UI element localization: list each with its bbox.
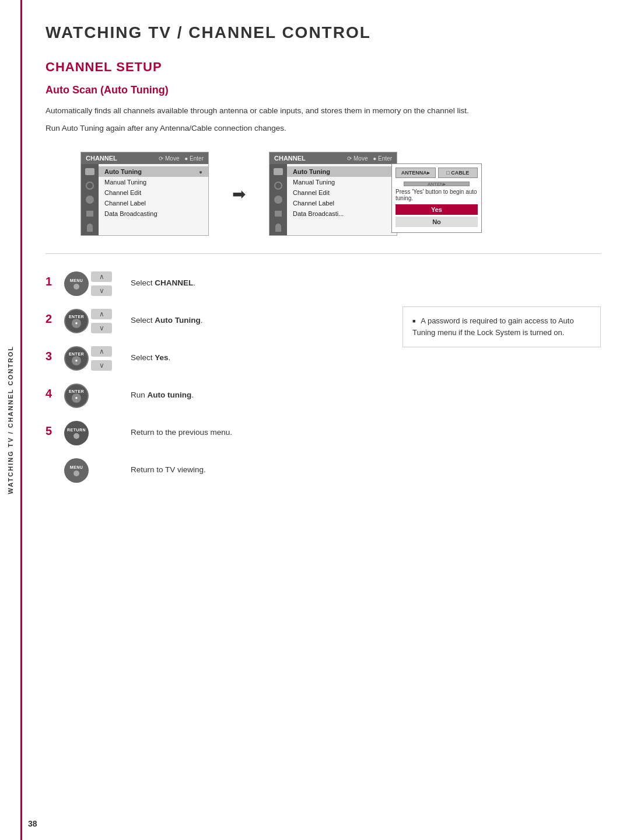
- enter-icon-2: ● Enter: [373, 155, 392, 162]
- arrow-up-3[interactable]: ∧: [91, 346, 112, 357]
- move-icon-1: ⟳ Move: [159, 155, 179, 162]
- tv-menu-box-2: CHANNEL ⟳ Move ● Enter Au: [269, 152, 397, 236]
- tv-menu-icons-2: [270, 164, 287, 235]
- step-5-number: 5: [46, 424, 56, 438]
- diagrams-area: CHANNEL ⟳ Move ● Enter Auto Tuning: [80, 152, 601, 236]
- enter-button-3[interactable]: ENTER ●: [64, 346, 89, 371]
- menu-item-channel-label-1: Channel Label: [99, 198, 208, 208]
- step-5-icons: RETURN: [64, 421, 123, 445]
- return-button[interactable]: RETURN: [64, 421, 89, 445]
- enter-button-4[interactable]: ENTER ●: [64, 384, 89, 408]
- nav-arrows-2: ∧ ∨: [91, 309, 112, 333]
- move-icon-2: ⟳ Move: [347, 155, 368, 162]
- step-3-row: 3 ENTER ● ∧ ∨ Select Yes.: [46, 346, 379, 371]
- menu-item-auto-tuning-2: Auto Tuning: [287, 166, 397, 177]
- menu-item-manual-tuning-2: Manual Tuning: [287, 177, 397, 187]
- arrow-up-1[interactable]: ∧: [91, 271, 112, 282]
- sidebar-label: WATCHING TV / CHANNEL CONTROL: [7, 346, 14, 494]
- steps-left: 1 MENU ∧ ∨ Select CHANNEL. 2: [46, 271, 379, 496]
- cable-input: □ CABLE: [438, 168, 478, 178]
- menu-channel-label-2: CHANNEL: [274, 155, 306, 162]
- tv-menu-items-1: Auto Tuning ● Manual Tuning Channel Edit…: [99, 164, 208, 235]
- step-5-text: Return to the previous menu.: [131, 427, 232, 438]
- description-1: Automatically finds all channels availab…: [46, 104, 582, 117]
- step-1-row: 1 MENU ∧ ∨ Select CHANNEL.: [46, 271, 379, 296]
- divider: [46, 253, 601, 254]
- arrow-down-2[interactable]: ∨: [91, 323, 112, 333]
- step-2-icons: ENTER ● ∧ ∨: [64, 309, 123, 333]
- menu-channel-label-1: CHANNEL: [86, 155, 117, 162]
- step-4-icons: ENTER ●: [64, 384, 123, 408]
- antenna-input: ANTENNA▸: [396, 168, 436, 178]
- tv-menu-header-1: CHANNEL ⟳ Move ● Enter: [81, 152, 208, 164]
- popup-text: Press 'Yes' button to begin auto tuning.: [396, 189, 478, 201]
- step-3-text: Select Yes.: [131, 352, 170, 364]
- tv-menu-body-1: Auto Tuning ● Manual Tuning Channel Edit…: [81, 164, 208, 235]
- step-extra-icons: MENU: [64, 458, 123, 483]
- icon-settings-2: [273, 180, 284, 191]
- menu-item-data-broadcasting-2: Data Broadcasti...: [287, 208, 397, 219]
- step-2-number: 2: [46, 312, 56, 326]
- step-2-row: 2 ENTER ● ∧ ∨ Select Auto Tuning.: [46, 309, 379, 333]
- step-extra-row: 0 MENU Return to TV viewing.: [46, 458, 379, 483]
- page-title: WATCHING TV / CHANNEL CONTROL: [46, 23, 601, 42]
- steps-right: A password is required to gain access to…: [397, 306, 601, 347]
- step-4-text: Run Auto tuning.: [131, 389, 194, 401]
- menu-item-data-broadcasting-1: Data Broadcasting: [99, 208, 208, 219]
- sidebar: WATCHING TV / CHANNEL CONTROL: [0, 0, 22, 840]
- step-4-number: 4: [46, 387, 56, 400]
- icon-tv: [85, 166, 95, 177]
- arrow-down-3[interactable]: ∨: [91, 360, 112, 371]
- tv-popup: ANTENNA▸ □ CABLE ANTEN▸ Press 'Yes' butt…: [391, 163, 482, 233]
- page-number: 38: [28, 819, 37, 828]
- tv-menu-body-2: Auto Tuning Manual Tuning Channel Edit C…: [270, 164, 397, 235]
- step-1-text: Select CHANNEL.: [131, 277, 195, 289]
- subsection-title: Auto Scan (Auto Tuning): [46, 84, 601, 96]
- nav-arrows-3: ∧ ∨: [91, 346, 112, 371]
- enter-button-2[interactable]: ENTER ●: [64, 309, 89, 333]
- description-2: Run Auto Tuning again after any Antenna/…: [46, 122, 582, 135]
- tv-menu-items-2: Auto Tuning Manual Tuning Channel Edit C…: [287, 164, 397, 235]
- icon-tv-2: [273, 166, 284, 177]
- steps-with-note: 1 MENU ∧ ∨ Select CHANNEL. 2: [46, 271, 601, 496]
- popup-no-btn: No: [396, 217, 478, 227]
- enter-icon-1: ● Enter: [184, 155, 204, 162]
- step-3-icons: ENTER ● ∧ ∨: [64, 346, 123, 371]
- menu-button-extra[interactable]: MENU: [64, 458, 89, 483]
- step-3-number: 3: [46, 350, 56, 363]
- arrow-down-1[interactable]: ∨: [91, 285, 112, 296]
- tv-menu-icons-1: [81, 164, 99, 235]
- icon-media-2: [273, 208, 284, 219]
- menu-button-1[interactable]: MENU: [64, 271, 89, 296]
- note-box: A password is required to gain access to…: [402, 306, 601, 347]
- icon-user: [85, 222, 95, 233]
- menu-item-manual-tuning-1: Manual Tuning: [99, 177, 208, 187]
- arrow-up-2[interactable]: ∧: [91, 309, 112, 319]
- menu-item-auto-tuning-1: Auto Tuning ●: [99, 166, 208, 177]
- nav-arrows-1: ∧ ∨: [91, 271, 112, 296]
- note-text: A password is required to gain access to…: [412, 316, 574, 337]
- icon-display-2: [273, 194, 284, 205]
- icon-user-2: [273, 222, 284, 233]
- step-5-row: 5 RETURN Return to the previous menu.: [46, 421, 379, 445]
- step-1-number: 1: [46, 275, 56, 288]
- icon-display: [85, 194, 95, 205]
- section-title: CHANNEL SETUP: [46, 60, 601, 75]
- menu-item-channel-edit-2: Channel Edit: [287, 187, 397, 198]
- menu-item-channel-edit-1: Channel Edit: [99, 187, 208, 198]
- tv-menu-box-2-wrapper: CHANNEL ⟳ Move ● Enter Au: [269, 152, 397, 236]
- popup-bar: ANTEN▸: [404, 182, 470, 186]
- menu-item-channel-label-2: Channel Label: [287, 198, 397, 208]
- popup-inputs: ANTENNA▸ □ CABLE: [396, 168, 478, 178]
- tv-menu-header-2: CHANNEL ⟳ Move ● Enter: [270, 152, 397, 164]
- step-2-text: Select Auto Tuning.: [131, 315, 203, 326]
- popup-yes-btn: Yes: [396, 204, 478, 215]
- step-4-row: 4 ENTER ● Run Auto tuning.: [46, 384, 379, 408]
- step-1-icons: MENU ∧ ∨: [64, 271, 123, 296]
- tv-menu-box-1: CHANNEL ⟳ Move ● Enter Auto Tuning: [80, 152, 209, 236]
- step-extra-text: Return to TV viewing.: [131, 464, 206, 476]
- arrow-right: ➡: [232, 184, 246, 204]
- icon-media: [85, 208, 95, 219]
- icon-settings: [85, 180, 95, 191]
